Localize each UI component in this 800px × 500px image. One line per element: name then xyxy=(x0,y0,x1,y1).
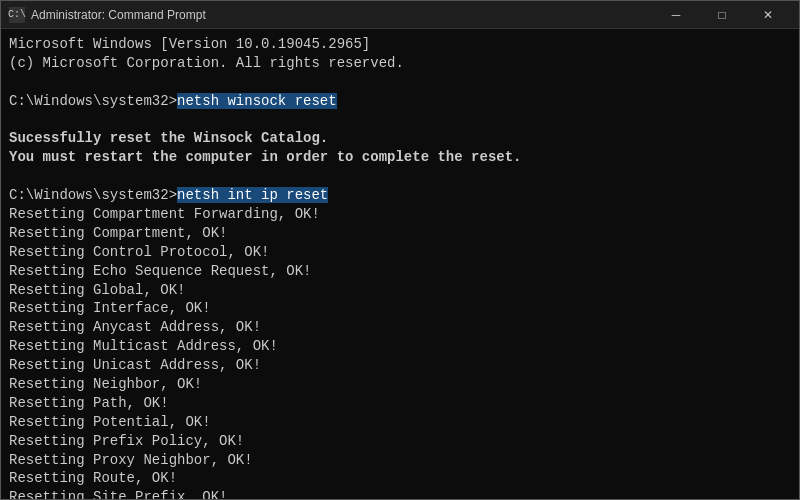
line-18: Resetting Unicast Address, OK! xyxy=(9,356,791,375)
line-5 xyxy=(9,111,791,130)
line-17: Resetting Multicast Address, OK! xyxy=(9,337,791,356)
window: C:\ Administrator: Command Prompt ─ □ ✕ … xyxy=(0,0,800,500)
line-6: Sucessfully reset the Winsock Catalog. xyxy=(9,129,791,148)
line-3 xyxy=(9,73,791,92)
title-bar: C:\ Administrator: Command Prompt ─ □ ✕ xyxy=(1,1,799,29)
title-bar-controls: ─ □ ✕ xyxy=(653,1,791,29)
line-20: Resetting Path, OK! xyxy=(9,394,791,413)
line-8 xyxy=(9,167,791,186)
minimize-button[interactable]: ─ xyxy=(653,1,699,29)
line-10: Resetting Compartment Forwarding, OK! xyxy=(9,205,791,224)
line-14: Resetting Global, OK! xyxy=(9,281,791,300)
maximize-button[interactable]: □ xyxy=(699,1,745,29)
title-bar-title: Administrator: Command Prompt xyxy=(31,8,653,22)
line-15: Resetting Interface, OK! xyxy=(9,299,791,318)
line-21: Resetting Potential, OK! xyxy=(9,413,791,432)
line-22: Resetting Prefix Policy, OK! xyxy=(9,432,791,451)
line-23: Resetting Proxy Neighbor, OK! xyxy=(9,451,791,470)
line-16: Resetting Anycast Address, OK! xyxy=(9,318,791,337)
line-24: Resetting Route, OK! xyxy=(9,469,791,488)
line-2: (c) Microsoft Corporation. All rights re… xyxy=(9,54,791,73)
app-icon: C:\ xyxy=(9,7,25,23)
line-4: C:\Windows\system32>netsh winsock reset xyxy=(9,92,791,111)
line-12: Resetting Control Protocol, OK! xyxy=(9,243,791,262)
line-1: Microsoft Windows [Version 10.0.19045.29… xyxy=(9,35,791,54)
line-11: Resetting Compartment, OK! xyxy=(9,224,791,243)
line-25: Resetting Site Prefix, OK! xyxy=(9,488,791,499)
line-9: C:\Windows\system32>netsh int ip reset xyxy=(9,186,791,205)
line-19: Resetting Neighbor, OK! xyxy=(9,375,791,394)
close-button[interactable]: ✕ xyxy=(745,1,791,29)
line-7: You must restart the computer in order t… xyxy=(9,148,791,167)
line-13: Resetting Echo Sequence Request, OK! xyxy=(9,262,791,281)
terminal-content[interactable]: Microsoft Windows [Version 10.0.19045.29… xyxy=(1,29,799,499)
